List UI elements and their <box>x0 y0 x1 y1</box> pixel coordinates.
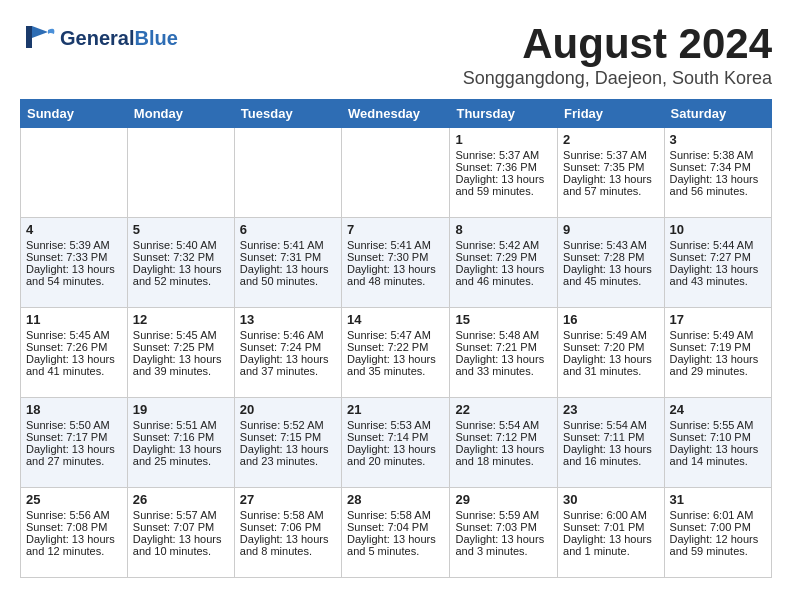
cell-info: and 29 minutes. <box>670 365 766 377</box>
calendar-cell: 3Sunrise: 5:38 AMSunset: 7:34 PMDaylight… <box>664 128 771 218</box>
calendar-cell: 21Sunrise: 5:53 AMSunset: 7:14 PMDayligh… <box>342 398 450 488</box>
calendar-cell: 17Sunrise: 5:49 AMSunset: 7:19 PMDayligh… <box>664 308 771 398</box>
cell-info: Sunset: 7:15 PM <box>240 431 336 443</box>
cell-info: and 48 minutes. <box>347 275 444 287</box>
cell-info: Daylight: 13 hours <box>347 443 444 455</box>
cell-info: Daylight: 13 hours <box>670 353 766 365</box>
cell-info: Sunset: 7:24 PM <box>240 341 336 353</box>
cell-info: Daylight: 13 hours <box>455 353 552 365</box>
cell-info: and 18 minutes. <box>455 455 552 467</box>
calendar-cell: 26Sunrise: 5:57 AMSunset: 7:07 PMDayligh… <box>127 488 234 578</box>
cell-info: Daylight: 13 hours <box>26 533 122 545</box>
calendar-cell <box>234 128 341 218</box>
cell-info: Daylight: 13 hours <box>240 353 336 365</box>
cell-info: Sunset: 7:27 PM <box>670 251 766 263</box>
cell-info: Sunset: 7:28 PM <box>563 251 658 263</box>
day-number: 30 <box>563 492 658 507</box>
cell-info: and 3 minutes. <box>455 545 552 557</box>
cell-info: Sunrise: 5:49 AM <box>670 329 766 341</box>
calendar-cell: 25Sunrise: 5:56 AMSunset: 7:08 PMDayligh… <box>21 488 128 578</box>
calendar-cell: 23Sunrise: 5:54 AMSunset: 7:11 PMDayligh… <box>558 398 664 488</box>
cell-info: Sunset: 7:32 PM <box>133 251 229 263</box>
day-number: 10 <box>670 222 766 237</box>
cell-info: Sunset: 7:22 PM <box>347 341 444 353</box>
cell-info: Daylight: 13 hours <box>347 263 444 275</box>
cell-info: Daylight: 13 hours <box>347 353 444 365</box>
calendar-cell: 12Sunrise: 5:45 AMSunset: 7:25 PMDayligh… <box>127 308 234 398</box>
cell-info: Daylight: 13 hours <box>563 263 658 275</box>
cell-info: Daylight: 13 hours <box>455 263 552 275</box>
calendar-cell: 11Sunrise: 5:45 AMSunset: 7:26 PMDayligh… <box>21 308 128 398</box>
calendar-cell: 16Sunrise: 5:49 AMSunset: 7:20 PMDayligh… <box>558 308 664 398</box>
cell-info: and 12 minutes. <box>26 545 122 557</box>
cell-info: Daylight: 13 hours <box>26 353 122 365</box>
cell-info: Sunset: 7:12 PM <box>455 431 552 443</box>
cell-info: Sunset: 7:10 PM <box>670 431 766 443</box>
cell-info: and 23 minutes. <box>240 455 336 467</box>
week-row-4: 18Sunrise: 5:50 AMSunset: 7:17 PMDayligh… <box>21 398 772 488</box>
calendar-cell: 1Sunrise: 5:37 AMSunset: 7:36 PMDaylight… <box>450 128 558 218</box>
calendar-cell: 9Sunrise: 5:43 AMSunset: 7:28 PMDaylight… <box>558 218 664 308</box>
cell-info: and 33 minutes. <box>455 365 552 377</box>
cell-info: Sunset: 7:07 PM <box>133 521 229 533</box>
cell-info: and 16 minutes. <box>563 455 658 467</box>
cell-info: Sunrise: 6:00 AM <box>563 509 658 521</box>
cell-info: and 5 minutes. <box>347 545 444 557</box>
cell-info: Sunrise: 5:38 AM <box>670 149 766 161</box>
cell-info: Sunset: 7:36 PM <box>455 161 552 173</box>
cell-info: Daylight: 13 hours <box>133 353 229 365</box>
day-number: 13 <box>240 312 336 327</box>
cell-info: Sunrise: 5:45 AM <box>133 329 229 341</box>
col-header-monday: Monday <box>127 100 234 128</box>
calendar-cell: 6Sunrise: 5:41 AMSunset: 7:31 PMDaylight… <box>234 218 341 308</box>
calendar-cell: 18Sunrise: 5:50 AMSunset: 7:17 PMDayligh… <box>21 398 128 488</box>
cell-info: and 39 minutes. <box>133 365 229 377</box>
cell-info: Daylight: 13 hours <box>240 263 336 275</box>
cell-info: Sunrise: 5:47 AM <box>347 329 444 341</box>
calendar-cell: 31Sunrise: 6:01 AMSunset: 7:00 PMDayligh… <box>664 488 771 578</box>
cell-info: Daylight: 13 hours <box>240 533 336 545</box>
cell-info: Sunrise: 5:49 AM <box>563 329 658 341</box>
cell-info: Sunset: 7:33 PM <box>26 251 122 263</box>
cell-info: Sunset: 7:04 PM <box>347 521 444 533</box>
cell-info: Sunset: 7:31 PM <box>240 251 336 263</box>
cell-info: Sunrise: 5:54 AM <box>563 419 658 431</box>
cell-info: Sunrise: 5:50 AM <box>26 419 122 431</box>
cell-info: Sunset: 7:26 PM <box>26 341 122 353</box>
logo-icon <box>20 20 56 56</box>
cell-info: Sunrise: 5:42 AM <box>455 239 552 251</box>
cell-info: Daylight: 13 hours <box>670 263 766 275</box>
calendar-cell: 2Sunrise: 5:37 AMSunset: 7:35 PMDaylight… <box>558 128 664 218</box>
cell-info: and 1 minute. <box>563 545 658 557</box>
day-number: 20 <box>240 402 336 417</box>
cell-info: Sunrise: 5:58 AM <box>240 509 336 521</box>
calendar-cell: 5Sunrise: 5:40 AMSunset: 7:32 PMDaylight… <box>127 218 234 308</box>
cell-info: and 56 minutes. <box>670 185 766 197</box>
cell-info: Sunrise: 5:39 AM <box>26 239 122 251</box>
cell-info: Daylight: 13 hours <box>455 443 552 455</box>
cell-info: Daylight: 13 hours <box>455 533 552 545</box>
calendar-table: SundayMondayTuesdayWednesdayThursdayFrid… <box>20 99 772 578</box>
week-row-1: 1Sunrise: 5:37 AMSunset: 7:36 PMDaylight… <box>21 128 772 218</box>
cell-info: Sunrise: 5:43 AM <box>563 239 658 251</box>
day-number: 2 <box>563 132 658 147</box>
day-number: 5 <box>133 222 229 237</box>
cell-info: Sunset: 7:34 PM <box>670 161 766 173</box>
cell-info: Sunrise: 5:37 AM <box>563 149 658 161</box>
cell-info: Sunrise: 6:01 AM <box>670 509 766 521</box>
col-header-sunday: Sunday <box>21 100 128 128</box>
calendar-cell <box>127 128 234 218</box>
day-number: 9 <box>563 222 658 237</box>
day-number: 24 <box>670 402 766 417</box>
cell-info: Sunrise: 5:57 AM <box>133 509 229 521</box>
calendar-cell: 29Sunrise: 5:59 AMSunset: 7:03 PMDayligh… <box>450 488 558 578</box>
col-header-friday: Friday <box>558 100 664 128</box>
week-row-2: 4Sunrise: 5:39 AMSunset: 7:33 PMDaylight… <box>21 218 772 308</box>
cell-info: Daylight: 13 hours <box>563 173 658 185</box>
calendar-cell: 27Sunrise: 5:58 AMSunset: 7:06 PMDayligh… <box>234 488 341 578</box>
calendar-cell: 13Sunrise: 5:46 AMSunset: 7:24 PMDayligh… <box>234 308 341 398</box>
calendar-cell: 15Sunrise: 5:48 AMSunset: 7:21 PMDayligh… <box>450 308 558 398</box>
cell-info: Daylight: 13 hours <box>133 443 229 455</box>
day-number: 22 <box>455 402 552 417</box>
cell-info: and 50 minutes. <box>240 275 336 287</box>
